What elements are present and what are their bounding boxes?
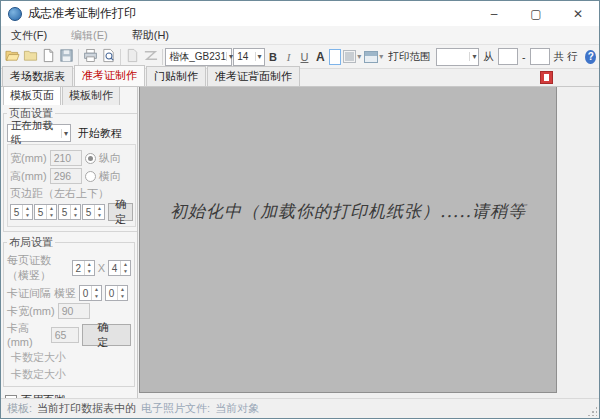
margin-bottom-value: 5: [83, 205, 94, 219]
open-folder-icon: [5, 48, 20, 65]
height-field[interactable]: 296: [50, 168, 82, 184]
resize-grip[interactable]: [587, 406, 597, 416]
export-page-icon: [125, 48, 140, 65]
spinner-arrows-icon[interactable]: ▲▼: [46, 205, 56, 219]
main-content: 模板页面 模板制作 页面设置 正在加载纸 开始教程 宽(mm) 210 纵向: [1, 87, 599, 398]
card-size-note: 卡数定大小: [11, 367, 131, 382]
font-color-button[interactable]: A: [313, 47, 328, 66]
spinner-arrows-icon[interactable]: ▲▼: [117, 286, 127, 300]
spinner-arrows-icon[interactable]: ▲▼: [94, 205, 104, 219]
initializing-message: 初始化中（加载你的打印机纸张）.....请稍等: [170, 200, 526, 223]
toolbar-separator: [162, 49, 163, 65]
font-name-select[interactable]: 楷体_GB231: [165, 48, 232, 66]
margin-left-spinner[interactable]: 5▲▼: [10, 204, 33, 220]
close-button[interactable]: ✕: [557, 1, 599, 26]
range-start-input[interactable]: [498, 48, 518, 65]
template-subtabs: 模板页面 模板制作: [3, 87, 135, 105]
menu-edit[interactable]: 编辑(E): [67, 27, 112, 44]
status-photo-label: 电子照片文件:: [141, 401, 210, 416]
window-layout-icon: [364, 51, 378, 63]
gap-horizontal-value: 0: [80, 286, 91, 300]
times-label: X: [98, 262, 105, 274]
minimize-button[interactable]: –: [473, 1, 515, 26]
toolbar-separator: [78, 49, 79, 65]
exit-button[interactable]: [540, 71, 553, 84]
app-icon: [8, 7, 22, 21]
main-tab-bar: 考场数据表 准考证制作 门贴制作 准考证背面制作: [1, 69, 599, 87]
margin-right-spinner[interactable]: 5▲▼: [34, 204, 57, 220]
cards-horizontal-value: 2: [73, 261, 84, 275]
gap-vertical-value: 0: [106, 286, 117, 300]
canvas-area: 初始化中（加载你的打印机纸张）.....请稍等: [138, 87, 599, 398]
tab-exam-data-table[interactable]: 考场数据表: [2, 66, 73, 86]
open-folder-button[interactable]: [22, 47, 39, 67]
tab-ticket-back[interactable]: 准考证背面制作: [207, 66, 300, 86]
menu-help[interactable]: 帮助(H): [128, 27, 173, 44]
margins-label: 页边距（左右上下）: [10, 186, 109, 201]
new-document-button[interactable]: [40, 47, 57, 67]
subtab-template-page[interactable]: 模板页面: [3, 87, 61, 105]
bold-button[interactable]: B: [266, 47, 281, 66]
subtab-template-make[interactable]: 模板制作: [62, 87, 120, 105]
start-tutorial-button[interactable]: 开始教程: [74, 125, 126, 142]
card-width-field[interactable]: 90: [58, 303, 90, 319]
paper-size-select[interactable]: 正在加载纸: [7, 124, 71, 142]
tab-ticket-making[interactable]: 准考证制作: [74, 65, 145, 86]
spinner-arrows-icon[interactable]: ▲▼: [91, 286, 101, 300]
grid-options-button[interactable]: [342, 47, 362, 66]
margin-bottom-spinner[interactable]: 5▲▼: [82, 204, 105, 220]
italic-button[interactable]: I: [281, 47, 296, 66]
print-preview-icon: [101, 48, 116, 65]
card-height-field[interactable]: 65: [51, 327, 80, 343]
status-template-label: 模板:: [7, 401, 32, 416]
status-bar: 模板: 当前打印数据表中的 电子照片文件: 当前对象: [1, 398, 599, 418]
spinner-arrows-icon[interactable]: ▲▼: [70, 205, 80, 219]
print-range-select[interactable]: [436, 48, 479, 66]
page-ok-button[interactable]: 确定: [108, 203, 133, 221]
save-button[interactable]: [58, 47, 75, 67]
cards-vertical-spinner[interactable]: 4▲▼: [108, 260, 131, 276]
fill-color-swatch[interactable]: [329, 49, 342, 65]
help-icon[interactable]: ?: [585, 50, 596, 64]
range-dash-label: -: [522, 51, 526, 63]
spinner-arrows-icon[interactable]: ▲▼: [84, 261, 94, 275]
portrait-label: 纵向: [99, 151, 121, 166]
document-canvas: 初始化中（加载你的打印机纸张）.....请稍等: [139, 87, 557, 393]
font-size-value: 14: [237, 51, 248, 62]
tab-door-sticker[interactable]: 门贴制作: [146, 66, 206, 86]
status-template-value: 当前打印数据表中的: [37, 401, 136, 416]
cards-horizontal-spinner[interactable]: 2▲▼: [72, 260, 95, 276]
printer-icon: [83, 48, 98, 65]
spinner-arrows-icon[interactable]: ▲▼: [22, 205, 32, 219]
portrait-radio[interactable]: [85, 153, 96, 164]
maximize-button[interactable]: ▢: [515, 1, 557, 26]
save-icon: [59, 48, 74, 65]
print-preview-button[interactable]: [100, 47, 117, 67]
layout-ok-button[interactable]: 确定: [82, 324, 131, 346]
font-size-select[interactable]: 14: [233, 48, 264, 66]
gap-vertical-spinner[interactable]: 0▲▼: [105, 285, 128, 301]
underline-button[interactable]: U: [297, 47, 312, 66]
left-panel: 模板页面 模板制作 页面设置 正在加载纸 开始教程 宽(mm) 210 纵向: [1, 87, 138, 398]
width-field[interactable]: 210: [50, 150, 82, 166]
layout-options-button[interactable]: [363, 47, 384, 66]
landscape-radio[interactable]: [85, 171, 96, 182]
cards-vertical-value: 4: [109, 261, 120, 275]
paper-dimensions-box: 宽(mm) 210 纵向 高(mm) 296 横向 页边距（左右上下）: [7, 144, 136, 227]
from-label: 从: [483, 50, 494, 64]
menu-file[interactable]: 文件(F): [7, 27, 51, 44]
open-file-button[interactable]: [4, 47, 21, 67]
margin-top-spinner[interactable]: 5▲▼: [58, 204, 81, 220]
paper-size-value: 正在加载纸: [11, 119, 61, 147]
total-rows-label: 共 行: [554, 50, 578, 64]
export-button[interactable]: [124, 47, 141, 67]
print-button[interactable]: [82, 47, 99, 67]
card-width-label: 卡宽(mm): [7, 304, 55, 319]
range-end-input[interactable]: [530, 48, 550, 65]
card-gap-label: 卡证间隔 横竖: [7, 286, 76, 301]
new-file-icon: [41, 48, 56, 65]
gap-horizontal-spinner[interactable]: 0▲▼: [79, 285, 102, 301]
spinner-arrows-icon[interactable]: ▲▼: [120, 261, 130, 275]
page-settings-group: 页面设置 正在加载纸 开始教程 宽(mm) 210 纵向 高(mm) 296: [3, 106, 138, 232]
send-button[interactable]: [142, 47, 159, 67]
